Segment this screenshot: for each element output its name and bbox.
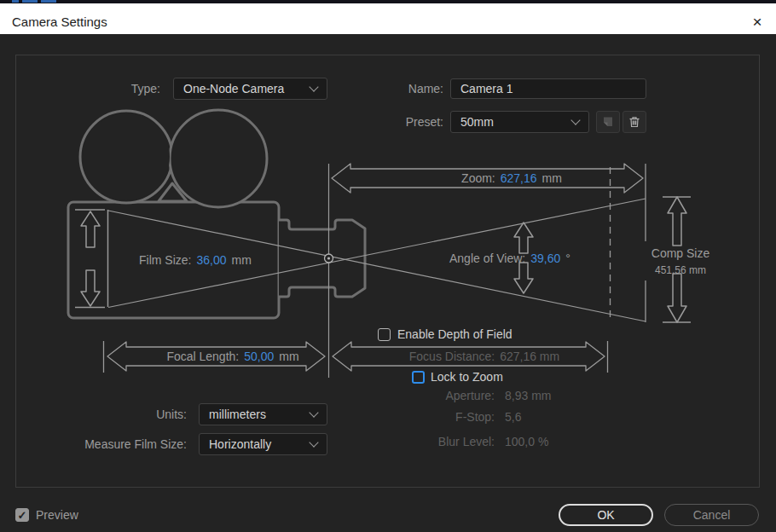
measure-film-size-dropdown[interactable]: Horizontally [199, 433, 327, 455]
save-preset-icon [602, 116, 614, 128]
preview-checkbox[interactable]: ✓ [15, 508, 29, 522]
focal-length-label: Focal Length: [166, 350, 239, 364]
focal-length-row: Focal Length: 50,00 mm [130, 350, 335, 364]
lock-to-zoom-checkbox[interactable] [412, 371, 425, 384]
focus-distance-label: Focus Distance: [409, 350, 495, 364]
film-reel-left-mask [83, 113, 170, 200]
zoom-value-row: Zoom: 627,16 mm [409, 171, 614, 186]
blur-level-value: 100,0 % [505, 435, 548, 449]
blur-level-label: Blur Level: [392, 435, 495, 449]
trash-icon [628, 116, 640, 128]
camera-outline [68, 110, 365, 318]
focal-length-unit: mm [279, 350, 298, 364]
title-bar: Camera Settings × [0, 3, 776, 34]
angle-of-view-label: Angle of View: [449, 252, 525, 266]
film-size-arrow-down [81, 270, 100, 306]
lock-to-zoom-label: Lock to Zoom [431, 370, 503, 385]
type-label: Type: [75, 82, 160, 96]
units-dropdown-value: millimeters [209, 408, 266, 421]
enable-dof-checkbox[interactable] [378, 328, 391, 341]
zoom-value[interactable]: 627,16 [501, 171, 537, 186]
film-size-label: Film Size: [139, 253, 191, 268]
chevron-down-icon [309, 82, 318, 91]
film-size-arrow-up [81, 211, 100, 247]
angle-of-view-value[interactable]: 39,60 [530, 252, 560, 266]
chevron-down-icon [570, 115, 580, 124]
comp-plane-group [646, 164, 691, 322]
check-icon: ✓ [18, 509, 27, 522]
focal-length-value[interactable]: 50,00 [244, 350, 274, 364]
angle-of-view-unit: ° [565, 252, 570, 266]
close-icon[interactable]: × [738, 7, 776, 38]
focus-distance-value: 627,16 mm [500, 350, 559, 364]
film-size-value[interactable]: 36,00 [196, 253, 226, 268]
aperture-value: 8,93 mm [505, 389, 551, 403]
focus-distance-row: Focus Distance: 627,16 mm [382, 350, 587, 364]
comp-size-arrow-up [668, 197, 686, 246]
nodal-point [325, 254, 333, 263]
name-label: Name: [375, 82, 443, 96]
chevron-down-icon [309, 437, 318, 447]
background-app-sliver-detail [12, 0, 72, 3]
fstop-label: F-Stop: [392, 410, 495, 425]
film-plane-group [75, 210, 108, 308]
save-preset-button[interactable] [596, 111, 620, 133]
film-size-unit: mm [232, 253, 252, 268]
enable-dof-label: Enable Depth of Field [397, 327, 513, 342]
cancel-button[interactable]: Cancel [664, 504, 759, 526]
ok-button[interactable]: OK [559, 504, 653, 526]
measure-dropdown-value: Horizontally [209, 437, 271, 451]
chevron-down-icon [309, 408, 318, 417]
zoom-label: Zoom: [461, 171, 495, 186]
units-dropdown[interactable]: millimeters [199, 403, 327, 425]
name-input[interactable] [450, 78, 646, 99]
preset-dropdown-value: 50mm [460, 115, 494, 129]
angle-arrow-up [514, 223, 533, 253]
angle-of-view-row: Angle of View: 39,60 ° [449, 252, 570, 266]
type-dropdown[interactable]: One-Node Camera [173, 78, 327, 100]
preset-label: Preset: [375, 115, 443, 130]
comp-size-arrow-down [668, 274, 686, 322]
dialog-title: Camera Settings [12, 7, 107, 38]
units-label: Units: [76, 408, 187, 422]
comp-size-label: Comp Size [646, 246, 715, 261]
delete-preset-button[interactable] [623, 111, 646, 133]
preview-label: Preview [36, 508, 78, 523]
preset-dropdown[interactable]: 50mm [450, 111, 589, 133]
film-size-row: Film Size: 36,00 mm [139, 253, 252, 268]
angle-arrow-down [514, 263, 533, 293]
comp-size-value: 451,56 mm [646, 263, 715, 278]
film-reel-right [170, 110, 267, 207]
type-dropdown-value: One-Node Camera [183, 82, 284, 95]
zoom-unit: mm [542, 171, 562, 186]
measure-film-size-label: Measure Film Size: [76, 437, 187, 452]
camera-settings-dialog: Camera Settings × [0, 0, 776, 532]
fstop-value: 5,6 [505, 410, 521, 425]
aperture-label: Aperture: [392, 389, 495, 403]
